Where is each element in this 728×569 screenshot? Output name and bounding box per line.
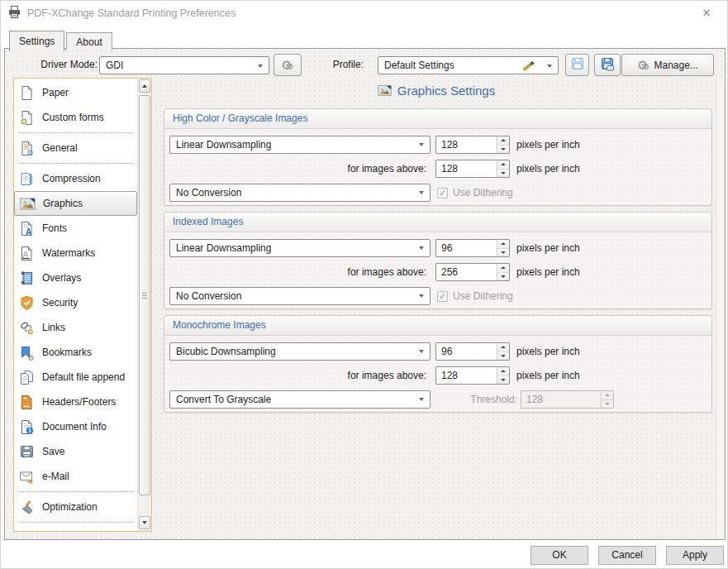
save-profile-button[interactable] <box>565 54 589 76</box>
above-label: for images above: <box>169 266 431 278</box>
content-scrollbar[interactable] <box>716 80 724 538</box>
sidebar-item-general[interactable]: ⚙ General <box>14 136 137 160</box>
spinner-up-button[interactable] <box>497 240 509 249</box>
sidebar-item-security[interactable]: Security <box>14 290 137 315</box>
group-high-color: High Color / Grayscale Images Linear Dow… <box>164 108 712 206</box>
sidebar-item-email[interactable]: e-Mail <box>14 464 137 489</box>
compress-icon <box>19 171 35 187</box>
sidebar-item-watermarks[interactable]: A Watermarks <box>14 241 137 265</box>
chevron-down-icon <box>419 294 424 298</box>
spinner-down-button[interactable] <box>497 352 509 361</box>
chevron-down-icon <box>547 65 552 68</box>
save-profile-as-button[interactable] <box>594 54 621 76</box>
triangle-up-icon <box>142 84 147 88</box>
scrollbar-up-button[interactable] <box>139 79 150 93</box>
unit-label: pixels per inch <box>516 346 580 357</box>
scrollbar-down-button[interactable] <box>139 516 150 529</box>
group-title: Indexed Images <box>164 213 711 232</box>
sidebar-item-bookmarks[interactable]: ⚙ Bookmarks <box>14 340 137 365</box>
sidebar-item-headers-footers[interactable]: Headers/Footers <box>14 390 137 414</box>
profile-select[interactable]: Default Settings <box>378 56 559 74</box>
above-label: for images above: <box>169 163 431 175</box>
spinner-down-button <box>602 400 613 409</box>
spinner-down-button[interactable] <box>497 146 509 154</box>
check-icon: ✓ <box>439 189 446 198</box>
spinner-down-button[interactable] <box>497 170 509 178</box>
sidebar-separator <box>18 491 133 492</box>
group-title: Monochrome Images <box>164 316 711 336</box>
profile-label: Profile: <box>307 59 364 70</box>
svg-text:⚙: ⚙ <box>27 148 35 156</box>
chevron-down-icon <box>419 143 424 146</box>
chevron-down-icon <box>419 350 424 353</box>
append-icon <box>19 370 35 385</box>
conversion-select[interactable]: No Conversion <box>169 184 431 202</box>
mail-icon <box>19 469 35 485</box>
spinner-up-button[interactable] <box>497 367 509 376</box>
above-dpi-spinner[interactable]: 128 <box>435 160 510 178</box>
bookmark-icon: ⚙ <box>19 345 35 361</box>
dpi-spinner[interactable]: 96 <box>435 342 510 361</box>
spinner-down-button[interactable] <box>497 249 509 257</box>
scrollbar-thumb[interactable] <box>139 95 150 495</box>
spinner-down-button[interactable] <box>497 273 509 281</box>
sidebar-item-links[interactable]: Links <box>14 315 137 340</box>
tab-settings[interactable]: Settings <box>9 31 64 51</box>
sidebar-separator <box>18 163 133 164</box>
unit-label: pixels per inch <box>516 266 580 278</box>
cancel-button[interactable]: Cancel <box>598 546 656 565</box>
threshold-label: Threshold: <box>433 394 517 405</box>
close-button[interactable]: × <box>697 4 716 22</box>
conversion-select[interactable]: No Conversion <box>169 287 431 305</box>
gears-icon: ⚙⚙ <box>281 59 293 71</box>
broom-icon <box>19 500 35 515</box>
ok-button[interactable]: OK <box>531 546 588 565</box>
sidebar-item-document-info[interactable]: Document Info <box>14 414 137 439</box>
save-icon <box>19 444 35 460</box>
sidebar-item-paper[interactable]: Paper <box>14 80 137 105</box>
tab-about[interactable]: About <box>66 32 112 50</box>
spinner-up-button[interactable] <box>497 160 509 170</box>
unit-label: pixels per inch <box>516 163 580 175</box>
spinner-down-button[interactable] <box>497 376 509 385</box>
manage-button[interactable]: ⚙⚙ Manage... <box>621 54 714 76</box>
sidebar-separator <box>18 132 133 133</box>
sidebar-item-save[interactable]: Save <box>14 439 137 464</box>
dithering-label: Use Dithering <box>453 187 513 198</box>
downsampling-select[interactable]: Linear Downsampling <box>169 239 431 257</box>
watermark-icon: A <box>19 246 35 261</box>
headers-icon <box>19 394 35 410</box>
driver-mode-select[interactable]: GDI <box>99 56 269 74</box>
sidebar-item-default-file-append[interactable]: Default file append <box>14 365 137 390</box>
image-icon <box>20 196 36 212</box>
downsampling-select[interactable]: Bicubic Downsampling <box>169 342 431 361</box>
sidebar-item-compression[interactable]: Compression <box>14 166 137 191</box>
spinner-up-button[interactable] <box>497 264 509 273</box>
driver-options-button[interactable]: ⚙⚙ <box>274 54 302 76</box>
above-dpi-spinner[interactable]: 128 <box>435 366 510 385</box>
dpi-spinner[interactable]: 128 <box>435 136 510 154</box>
sidebar-item-optimization[interactable]: Optimization <box>14 495 137 519</box>
unit-label: pixels per inch <box>516 139 580 151</box>
dpi-spinner[interactable]: 96 <box>435 239 510 257</box>
downsampling-select[interactable]: Linear Downsampling <box>169 136 431 154</box>
spinner-up-button[interactable] <box>497 136 509 146</box>
apply-button[interactable]: Apply <box>666 546 724 565</box>
above-dpi-spinner[interactable]: 256 <box>435 263 510 281</box>
page-title-text: Graphics Settings <box>397 84 495 98</box>
group-monochrome: Monochrome Images Bicubic Downsampling 9… <box>164 315 712 413</box>
sidebar-item-graphics[interactable]: Graphics <box>14 191 137 216</box>
group-title: High Color / Grayscale Images <box>164 109 711 129</box>
sidebar-item-custom-forms[interactable]: Custom forms <box>14 105 137 130</box>
threshold-spinner: 128 <box>521 390 614 409</box>
conversion-select[interactable]: Convert To Grayscale <box>169 390 431 409</box>
unit-label: pixels per inch <box>516 242 580 254</box>
window-title: PDF-XChange Standard Printing Preference… <box>27 7 236 19</box>
dithering-checkbox[interactable]: ✓ <box>437 291 448 302</box>
sidebar-item-fonts[interactable]: A Fonts <box>14 216 137 241</box>
spinner-up-button[interactable] <box>497 343 509 352</box>
sidebar-item-overlays[interactable]: Overlays <box>14 265 137 290</box>
printer-icon <box>7 5 21 22</box>
image-icon <box>378 84 392 98</box>
dithering-checkbox[interactable]: ✓ <box>437 188 448 198</box>
